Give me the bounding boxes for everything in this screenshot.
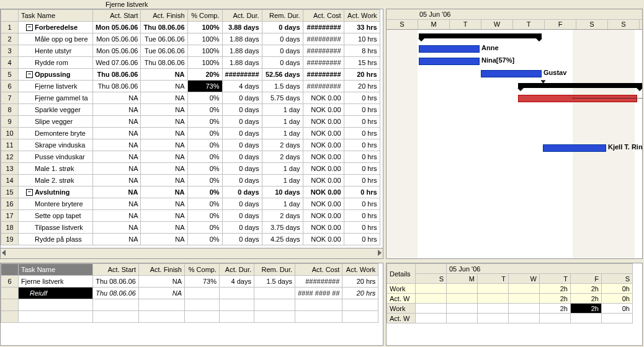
task-form[interactable]: Task NameAct. StartAct. Finish% Comp.Act… xyxy=(0,263,383,346)
usage-cell[interactable]: 2h xyxy=(571,284,602,294)
task-name-cell[interactable]: Slipe vegger xyxy=(19,116,93,128)
usage-cell[interactable] xyxy=(478,284,509,294)
col-header[interactable]: % Comp. xyxy=(187,10,222,22)
row-number[interactable]: 12 xyxy=(1,151,19,163)
col-header[interactable]: Act. Start xyxy=(93,10,141,22)
usage-cell[interactable] xyxy=(509,294,540,304)
gantt-row[interactable] xyxy=(387,79,642,92)
task-name-cell[interactable]: −Avslutning xyxy=(19,187,93,198)
task-name-input[interactable]: Fjerne listverk xyxy=(19,276,93,288)
outline-toggle[interactable]: − xyxy=(26,189,33,196)
task-name-cell[interactable]: Sette opp tapet xyxy=(19,210,93,222)
usage-cell[interactable] xyxy=(478,294,509,304)
gantt-row[interactable] xyxy=(387,216,642,228)
gantt-row[interactable] xyxy=(387,240,642,253)
usage-cell[interactable] xyxy=(416,314,447,323)
task-row[interactable]: 14 Male 2. strøk NA NA 0% 0 days 1 day N… xyxy=(1,175,380,187)
col-header[interactable]: Task Name xyxy=(19,264,93,276)
task-row[interactable]: 8 Sparkle vegger NA NA 0% 0 days 1 day N… xyxy=(1,104,380,116)
resource-name[interactable]: Reiulf xyxy=(19,288,93,299)
gantt-row[interactable]: Anne xyxy=(387,42,642,55)
usage-cell[interactable] xyxy=(416,294,447,304)
task-name-cell[interactable]: Sparkle vegger xyxy=(19,104,93,116)
usage-cell[interactable] xyxy=(509,304,540,314)
task-row[interactable]: 7 Fjerne gammel ta NA NA 0% 0 days 5.75 … xyxy=(1,92,380,104)
task-form-table[interactable]: Task NameAct. StartAct. Finish% Comp.Act… xyxy=(1,263,378,323)
usage-cell[interactable] xyxy=(447,284,478,294)
task-name-cell[interactable]: Pusse vinduskar xyxy=(19,151,93,163)
usage-pane[interactable]: Details 05 Jun '06SMTWTFSWork2h2h0hAct. … xyxy=(386,263,643,346)
usage-cell[interactable]: 0h xyxy=(602,294,633,304)
task-row[interactable]: 1 −Forberedelse Mon 05.06.06 Thu 08.06.0… xyxy=(1,22,380,33)
gantt-row[interactable] xyxy=(387,116,642,129)
task-bar-selected[interactable] xyxy=(518,95,637,102)
task-name-cell[interactable]: Måle opp og bere xyxy=(19,33,93,45)
task-name-cell[interactable]: Montere brytere xyxy=(19,198,93,210)
usage-row[interactable]: Act. W xyxy=(387,314,633,323)
row-number[interactable]: 6 xyxy=(1,81,19,92)
col-header[interactable]: Task Name xyxy=(19,10,93,22)
usage-cell[interactable]: 2h xyxy=(571,294,602,304)
task-bar[interactable]: Anne xyxy=(419,45,480,53)
row-number[interactable]: 17 xyxy=(1,210,19,222)
row-number[interactable]: 5 xyxy=(1,69,19,81)
gantt-chart[interactable]: 05 Jun '06 SMTWTFSS AnneNina[57%]GustavK… xyxy=(386,9,643,259)
task-name-cell[interactable]: −Forberedelse xyxy=(19,22,93,33)
row-number[interactable]: 14 xyxy=(1,175,19,187)
task-name-cell[interactable]: Demontere bryte xyxy=(19,128,93,139)
usage-cell[interactable] xyxy=(416,304,447,314)
outline-toggle[interactable]: − xyxy=(26,24,33,31)
task-row[interactable]: 13 Male 1. strøk NA NA 0% 0 days 1 day N… xyxy=(1,163,380,175)
gantt-row[interactable] xyxy=(387,228,642,240)
outline-toggle[interactable]: − xyxy=(26,71,33,78)
task-row[interactable]: 15 −Avslutning NA NA 0% 0 days 10 days N… xyxy=(1,187,380,198)
row-number[interactable]: 8 xyxy=(1,104,19,116)
task-row[interactable]: 2 Måle opp og bere Mon 05.06.06 Tue 06.0… xyxy=(1,33,380,45)
gantt-row[interactable] xyxy=(387,191,642,203)
col-header[interactable]: Act. Finish xyxy=(139,264,185,276)
gantt-row[interactable]: Kjell T. Rin xyxy=(387,141,642,154)
col-header[interactable]: Rem. Dur. xyxy=(262,10,303,22)
usage-cell[interactable]: 2h xyxy=(540,284,571,294)
task-row[interactable]: 5 −Oppussing Thu 08.06.06 NA 20% #######… xyxy=(1,69,380,81)
row-number[interactable]: 4 xyxy=(1,57,19,69)
usage-cell[interactable] xyxy=(447,304,478,314)
task-name-cell[interactable]: Male 1. strøk xyxy=(19,163,93,175)
task-bar[interactable]: Gustav xyxy=(481,70,542,77)
gantt-row[interactable]: Gustav xyxy=(387,67,642,79)
gantt-row[interactable] xyxy=(387,104,642,116)
task-name-cell[interactable]: Tilpasse listverk xyxy=(19,222,93,234)
col-header[interactable]: Act. Finish xyxy=(141,10,187,22)
usage-row[interactable]: Work2h2h0h xyxy=(387,284,633,294)
usage-cell[interactable] xyxy=(602,314,633,323)
usage-cell[interactable]: 2h xyxy=(571,304,602,314)
corner-cell[interactable] xyxy=(1,10,19,22)
gantt-row[interactable] xyxy=(387,154,642,166)
gantt-row[interactable] xyxy=(387,203,642,216)
usage-cell[interactable] xyxy=(571,314,602,323)
row-number[interactable]: 11 xyxy=(1,139,19,151)
gantt-row[interactable] xyxy=(387,92,642,104)
summary-bar[interactable] xyxy=(518,83,642,88)
task-row[interactable]: 18 Tilpasse listverk NA NA 0% 0 days 3.7… xyxy=(1,222,380,234)
task-row[interactable]: 6 Fjerne listverk Thu 08.06.06NA 73%4 da… xyxy=(1,276,378,288)
task-row[interactable]: 16 Montere brytere NA NA 0% 0 days 1 day… xyxy=(1,198,380,210)
col-header[interactable]: Act. Work xyxy=(342,264,378,276)
row-number[interactable]: 13 xyxy=(1,163,19,175)
usage-cell[interactable]: 0h xyxy=(602,304,633,314)
usage-cell[interactable] xyxy=(540,314,571,323)
col-header[interactable]: Act. Start xyxy=(93,264,139,276)
task-name-cell[interactable]: Fjerne gammel ta xyxy=(19,92,93,104)
corner-cell[interactable] xyxy=(1,264,19,276)
usage-cell[interactable] xyxy=(509,314,540,323)
usage-cell[interactable] xyxy=(416,284,447,294)
col-header[interactable]: Act. Work xyxy=(344,10,380,22)
task-name-cell[interactable]: Skrape vinduska xyxy=(19,139,93,151)
task-row[interactable]: 11 Skrape vinduska NA NA 0% 0 days 2 day… xyxy=(1,139,380,151)
task-name-cell[interactable]: −Oppussing xyxy=(19,69,93,81)
col-header[interactable]: % Comp. xyxy=(185,264,220,276)
task-row[interactable]: 9 Slipe vegger NA NA 0% 0 days 1 day NOK… xyxy=(1,116,380,128)
task-sheet[interactable]: Task NameAct. StartAct. Finish% Comp.Act… xyxy=(0,9,383,259)
gantt-row[interactable] xyxy=(387,129,642,141)
task-name-cell[interactable]: Hente utstyr xyxy=(19,45,93,57)
